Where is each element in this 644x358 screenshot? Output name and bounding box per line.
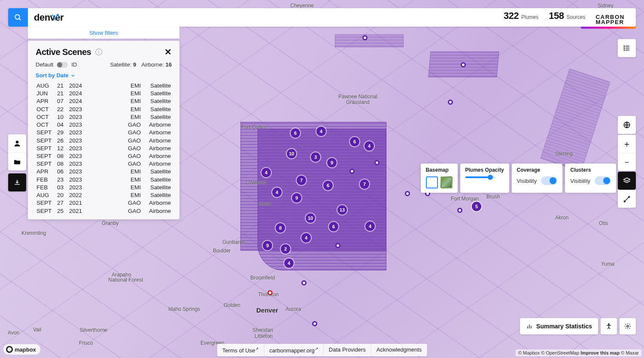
scene-row[interactable]: FEB232023EMISatellite <box>36 176 172 184</box>
summary-statistics-button[interactable]: Summary Statistics <box>520 318 598 334</box>
svg-point-5 <box>16 141 18 143</box>
map-label: Broomfield <box>250 275 275 281</box>
attrib-mapbox[interactable]: © Mapbox <box>518 350 540 355</box>
close-icon[interactable]: ✕ <box>164 47 172 57</box>
scene-row[interactable]: JUN212024EMISatellite <box>36 90 172 97</box>
accessibility-button[interactable] <box>601 318 617 334</box>
mapbox-logo-icon <box>6 346 13 353</box>
cluster-marker[interactable]: 7 <box>360 179 369 189</box>
search-button[interactable] <box>8 8 28 27</box>
cluster-marker[interactable]: 4 <box>272 188 282 197</box>
default-id-toggle[interactable] <box>57 62 68 68</box>
scene-row[interactable]: SEPT082023GAOAirborne <box>36 160 172 168</box>
source-marker[interactable] <box>374 160 380 165</box>
scene-row[interactable]: SEPT292023GAOAirborne <box>36 129 172 137</box>
cluster-marker[interactable]: 6 <box>291 128 300 138</box>
cluster-marker[interactable]: 10 <box>287 149 296 158</box>
scene-row[interactable]: OCT042023GAOAirborne <box>36 121 172 129</box>
cluster-marker[interactable]: 4 <box>284 258 294 268</box>
attrib-osm[interactable]: © OpenStreetMap <box>541 350 579 355</box>
scene-row[interactable]: SEPT252021GAOAirborne <box>36 207 172 215</box>
map-label: Golden <box>224 302 240 308</box>
coverage-overlay <box>540 69 610 172</box>
svg-point-20 <box>608 324 610 325</box>
attrib-improve[interactable]: Improve this map <box>580 350 620 355</box>
scene-row[interactable]: AUG202022EMISatellite <box>36 191 172 199</box>
account-button[interactable] <box>8 134 26 152</box>
clusters-visibility-toggle[interactable] <box>595 176 611 185</box>
cluster-marker[interactable]: 13 <box>337 205 347 215</box>
cluster-marker[interactable]: 5 <box>472 202 481 211</box>
scene-row[interactable]: SEPT272021GAOAirborne <box>36 199 172 207</box>
measure-button[interactable] <box>618 190 636 208</box>
cluster-marker[interactable]: 9 <box>292 193 301 203</box>
footer-org[interactable]: carbonmapper.org↗ <box>264 344 323 356</box>
mapbox-badge[interactable]: mapbox <box>3 344 40 355</box>
advanced-filter-icon[interactable] <box>50 13 60 22</box>
scene-row[interactable]: AUG212024EMISatellite <box>36 82 172 90</box>
airborne-count: 16 <box>166 61 172 68</box>
cluster-marker[interactable]: 4 <box>301 233 311 243</box>
cluster-marker[interactable]: 9 <box>327 158 337 167</box>
cluster-marker[interactable]: 4 <box>316 127 326 136</box>
source-marker[interactable] <box>267 290 273 295</box>
source-marker[interactable] <box>301 280 307 285</box>
cluster-marker[interactable]: 9 <box>263 241 272 250</box>
cluster-marker[interactable]: 6 <box>329 222 338 231</box>
scene-row[interactable]: OCT222023EMISatellite <box>36 106 172 113</box>
scene-list-button[interactable] <box>618 39 636 57</box>
source-marker[interactable] <box>349 169 355 174</box>
show-filters-button[interactable]: Show filters <box>28 27 179 39</box>
layers-button[interactable] <box>618 172 636 190</box>
coverage-visibility-toggle[interactable] <box>541 176 557 185</box>
source-marker[interactable] <box>362 35 368 40</box>
cluster-marker[interactable]: 8 <box>276 223 285 233</box>
settings-button[interactable] <box>620 318 636 334</box>
source-marker[interactable] <box>457 208 462 213</box>
cluster-marker[interactable]: 10 <box>306 213 315 223</box>
zoom-in-button[interactable]: ＋ <box>618 135 636 153</box>
attrib-maxar[interactable]: © Maxar <box>621 350 639 355</box>
svg-point-0 <box>15 15 20 19</box>
map-label: Boulder <box>213 248 231 254</box>
footer-ack[interactable]: Acknowledgments <box>371 344 427 356</box>
download-button[interactable] <box>8 173 26 191</box>
cluster-marker[interactable]: 4 <box>365 221 375 231</box>
source-marker[interactable] <box>461 62 466 67</box>
source-marker[interactable] <box>405 191 410 196</box>
scene-row[interactable]: APR072024EMISatellite <box>36 97 172 105</box>
cluster-marker[interactable]: 2 <box>281 244 290 254</box>
cluster-marker[interactable]: 6 <box>323 181 333 190</box>
scene-row[interactable]: SEPT082023GAOAirborne <box>36 152 172 160</box>
scene-row[interactable]: FEB032023EMISatellite <box>36 184 172 191</box>
scene-row[interactable]: OCT102023EMISatellite <box>36 113 172 121</box>
stats-group: 322 Plumes 158 Sources CARBONMAPPER <box>504 10 636 25</box>
globe-button[interactable] <box>618 116 636 134</box>
zoom-out-button[interactable]: － <box>618 153 636 171</box>
scene-row[interactable]: APR062023EMISatellite <box>36 168 172 176</box>
cluster-marker[interactable]: 6 <box>350 137 359 146</box>
opacity-slider[interactable] <box>465 176 495 178</box>
footer-terms[interactable]: Terms of Use↗ <box>217 344 264 356</box>
cluster-marker[interactable]: 4 <box>261 168 271 177</box>
source-marker[interactable] <box>335 243 340 248</box>
sort-by-date-button[interactable]: Sort by Date <box>36 72 172 79</box>
map-label: Denver <box>256 306 278 314</box>
scene-row[interactable]: SEPT262023GAOAirborne <box>36 137 172 145</box>
basemap-option-satellite[interactable] <box>440 176 453 188</box>
map-label: Fort Morgan <box>451 196 479 202</box>
cluster-marker[interactable]: 4 <box>365 141 374 151</box>
source-marker[interactable] <box>448 100 453 105</box>
cluster-marker[interactable]: 3 <box>311 152 320 162</box>
svg-point-9 <box>624 46 625 47</box>
plumes-label: Plumes <box>521 14 538 20</box>
layers-icon <box>623 177 631 185</box>
source-marker[interactable] <box>312 321 317 326</box>
footer-providers[interactable]: Data Providers <box>323 344 371 356</box>
basemap-option-light[interactable] <box>426 176 438 188</box>
scene-row[interactable]: SEPT122023GAOAirborne <box>36 145 172 152</box>
cluster-marker[interactable]: 7 <box>297 176 306 185</box>
info-icon[interactable]: i <box>95 49 102 55</box>
globe-icon <box>623 121 631 129</box>
folder-button[interactable] <box>8 152 26 170</box>
